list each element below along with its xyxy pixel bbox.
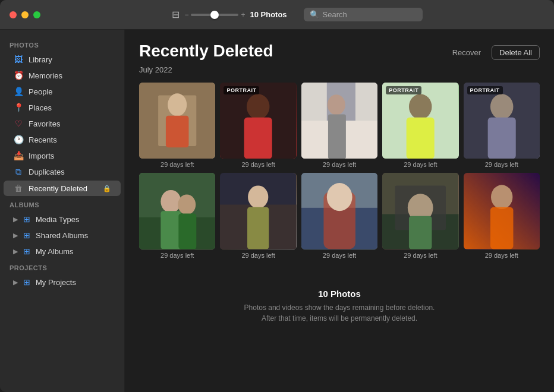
photo-thumbnail (464, 173, 540, 249)
favorites-icon: ♡ (13, 119, 24, 128)
sidebar-item-label: Favorites (29, 119, 60, 128)
sidebar-section-projects: Projects (0, 260, 124, 274)
expand-arrow-icon: ▶ (13, 279, 18, 286)
sidebar-item-people[interactable]: 👤 People (4, 84, 121, 99)
header-actions: Recover Delete All (446, 45, 540, 60)
svg-rect-40 (490, 207, 514, 249)
slider-minus-icon: − (184, 11, 188, 19)
recents-icon: 🕐 (13, 135, 24, 144)
footer-description: Photos and videos show the days remainin… (139, 302, 540, 324)
search-bar[interactable]: 🔍 (304, 8, 423, 21)
svg-point-20 (160, 190, 181, 213)
photo-item[interactable]: PORTRAIT 29 days left (382, 83, 458, 168)
sidebar-item-label: Shared Albums (36, 231, 88, 240)
photo-item[interactable]: 29 days left (139, 173, 215, 258)
days-left-label: 29 days left (464, 161, 540, 168)
svg-rect-3 (166, 116, 189, 147)
shared-albums-icon: ⊞ (21, 230, 32, 240)
slider-thumb (210, 11, 219, 19)
my-albums-icon: ⊞ (21, 246, 32, 256)
app-window: ⊟ − + 10 Photos 🔍 Photos 🖼 Library (0, 0, 554, 392)
photo-thumbnail: PORTRAIT (382, 83, 458, 159)
sidebar-item-favorites[interactable]: ♡ Favorites (4, 116, 121, 131)
expand-arrow-icon: ▶ (13, 216, 18, 223)
expand-arrow-icon: ▶ (13, 248, 18, 255)
photo-thumbnail (301, 83, 377, 159)
sidebar-item-label: Places (29, 103, 52, 112)
days-left-label: 29 days left (301, 252, 377, 259)
photo-item[interactable]: 29 days left (301, 173, 377, 258)
svg-point-16 (490, 94, 514, 119)
sidebar-item-recents[interactable]: 🕐 Recents (4, 132, 121, 147)
sidebar-item-label: My Projects (36, 278, 76, 287)
sidebar-item-label: Recently Deleted (29, 184, 87, 193)
photo-item[interactable]: PORTRAIT 29 days left (220, 83, 296, 168)
photo-item[interactable]: 29 days left (382, 173, 458, 258)
photo-item[interactable]: 29 days left (220, 173, 296, 258)
recover-button[interactable]: Recover (446, 46, 487, 59)
sidebar-item-duplicates[interactable]: ⧉ Duplicates (4, 164, 121, 180)
days-left-label: 29 days left (220, 252, 296, 259)
delete-all-button[interactable]: Delete All (492, 45, 540, 60)
days-left-label: 29 days left (139, 252, 215, 259)
search-input[interactable] (323, 10, 417, 19)
library-icon: 🖼 (13, 55, 24, 64)
zoom-slider[interactable] (191, 14, 238, 16)
lock-icon: 🔒 (103, 185, 111, 192)
sidebar-item-label: Duplicates (29, 167, 65, 176)
photo-item[interactable]: 29 days left (301, 83, 377, 168)
search-icon: 🔍 (310, 10, 319, 19)
svg-point-2 (168, 93, 187, 116)
portrait-badge: PORTRAIT (224, 86, 259, 94)
expand-arrow-icon: ▶ (13, 232, 18, 239)
sidebar-item-my-projects[interactable]: ▶ ⊞ My Projects (4, 274, 121, 290)
sidebar-item-label: Library (29, 55, 52, 64)
sidebar-item-media-types[interactable]: ▶ ⊞ Media Types (4, 211, 121, 227)
sidebar-item-places[interactable]: 📍 Places (4, 100, 121, 115)
photo-count: 10 Photos (250, 10, 287, 19)
minimize-button[interactable] (21, 11, 29, 18)
svg-point-13 (409, 94, 432, 119)
sidebar-item-imports[interactable]: 📥 Imports (4, 148, 121, 163)
content-footer: 10 Photos Photos and videos show the day… (139, 271, 540, 336)
days-left-label: 29 days left (382, 161, 458, 168)
sidebar-item-library[interactable]: 🖼 Library (4, 52, 121, 67)
traffic-lights (10, 11, 40, 18)
photo-thumbnail: PORTRAIT (220, 83, 296, 159)
sidebar-item-label: My Albums (36, 247, 74, 256)
svg-rect-27 (247, 207, 269, 249)
media-types-icon: ⊞ (21, 214, 32, 224)
sidebar-item-label: Memories (29, 71, 62, 80)
imports-icon: 📥 (13, 151, 24, 160)
sidebar-item-label: Media Types (36, 215, 79, 224)
photo-item[interactable]: PORTRAIT 29 days left (464, 83, 540, 168)
svg-rect-14 (407, 118, 435, 159)
photo-grid: 29 days left PORTRAIT 29 days left (139, 83, 540, 259)
photo-item[interactable]: 29 days left (464, 173, 540, 258)
slider-plus-icon: + (241, 11, 245, 19)
sidebar-item-label: Recents (29, 135, 57, 144)
photo-thumbnail (139, 173, 215, 249)
photo-item[interactable]: 29 days left (139, 83, 215, 168)
sidebar-item-shared-albums[interactable]: ▶ ⊞ Shared Albums (4, 227, 121, 243)
my-projects-icon: ⊞ (21, 277, 32, 287)
maximize-button[interactable] (33, 11, 40, 18)
svg-point-31 (327, 184, 352, 211)
sidebar-section-albums: Albums (0, 197, 124, 211)
sidebar: Photos 🖼 Library ⏰ Memories 👤 People 📍 P… (0, 30, 125, 392)
days-left-label: 29 days left (139, 161, 215, 168)
sidebar-item-my-albums[interactable]: ▶ ⊞ My Albums (4, 244, 121, 259)
sidebar-item-memories[interactable]: ⏰ Memories (4, 68, 121, 83)
sidebar-item-recently-deleted[interactable]: 🗑 Recently Deleted 🔒 (4, 181, 121, 196)
photo-thumbnail (220, 173, 296, 249)
main-layout: Photos 🖼 Library ⏰ Memories 👤 People 📍 P… (0, 30, 554, 392)
svg-rect-21 (160, 211, 181, 249)
svg-point-5 (247, 94, 270, 119)
sidebar-item-label: People (29, 87, 52, 96)
close-button[interactable] (10, 11, 17, 18)
days-left-label: 29 days left (382, 252, 458, 259)
sidebar-section-photos: Photos (0, 37, 124, 51)
svg-rect-11 (328, 114, 346, 159)
photo-thumbnail (301, 173, 377, 249)
page-title: Recently Deleted (139, 42, 273, 61)
